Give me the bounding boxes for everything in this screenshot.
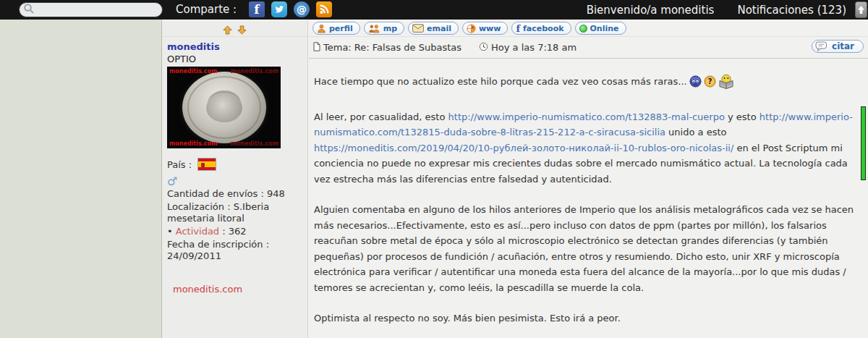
- top-bar: Comparte : f @ Bienvenido/a moneditis No…: [0, 0, 868, 20]
- post-timestamp: Hoy a las 7:18 am: [479, 42, 576, 54]
- post-text: unido a esto: [665, 127, 726, 138]
- question-smiley-icon: ?: [704, 75, 716, 93]
- clock-icon: [479, 42, 488, 54]
- profile-button-label: perfil: [329, 24, 353, 33]
- avatar-watermark: moneditis.com: [169, 68, 217, 75]
- email-button-label: email: [427, 24, 451, 33]
- avatar-watermark: moneditis.com: [169, 140, 217, 147]
- search-input[interactable]: [19, 2, 163, 17]
- twitter-share-icon[interactable]: [271, 1, 287, 17]
- online-status-badge: Online: [575, 22, 626, 35]
- email-button[interactable]: email: [408, 22, 459, 35]
- social-share-row: f @: [249, 1, 332, 17]
- post-column: perfil mp email www f facebook: [309, 20, 868, 338]
- join-date-label: Fecha de inscripción :: [167, 239, 269, 250]
- profile-button[interactable]: perfil: [312, 22, 360, 35]
- avatar-watermark: moneditis.com: [231, 68, 278, 75]
- facebook-button-label: facebook: [523, 24, 564, 33]
- online-dot-icon: [579, 25, 587, 33]
- scroll-to-top-button[interactable]: [855, 1, 867, 18]
- quote-button[interactable]: citar: [812, 40, 864, 54]
- location-label: Localización :: [167, 201, 231, 212]
- website-button-label: www: [479, 24, 501, 33]
- facebook-f-icon: f: [516, 23, 520, 34]
- notifications-link[interactable]: Notificaciones (123): [737, 4, 846, 17]
- search-icon: [23, 3, 35, 17]
- go-down-arrow-icon[interactable]: [237, 24, 247, 33]
- profile-contact-toolbar: perfil mp email www f facebook: [309, 20, 868, 37]
- country-label: País :: [167, 159, 192, 170]
- author-website-link[interactable]: moneditis.com: [173, 284, 242, 295]
- post-header: Tema: Re: Falsas de Subastas Hoy a las 7…: [309, 37, 868, 59]
- post-nav-arrows: [162, 20, 307, 37]
- location-row: Localización : S.Iberia mesetaria litora…: [167, 201, 303, 224]
- author-avatar[interactable]: moneditis.com moneditis.com moneditis.co…: [167, 67, 281, 148]
- activity-value: : 362: [222, 226, 246, 237]
- facebook-share-icon[interactable]: f: [249, 1, 265, 17]
- male-icon: ♂: [167, 177, 303, 187]
- post-text: Al leer, por casualidad, esto: [314, 111, 448, 122]
- posts-label: Cantidad de envíos :: [167, 188, 264, 199]
- author-username-link[interactable]: moneditis: [167, 41, 303, 52]
- external-link[interactable]: http://www.imperio-numismatico.com/t1328…: [448, 111, 725, 122]
- reputation-bar: [861, 106, 866, 180]
- post-paragraph: Optimista al respecto no soy. Más bien p…: [314, 310, 856, 326]
- post-panel: moneditis OPTIO moneditis.com moneditis.…: [161, 20, 868, 338]
- post-text: y esto: [725, 111, 760, 122]
- join-date-value: 24/09/2011: [167, 250, 221, 261]
- rss-icon[interactable]: [316, 1, 332, 17]
- author-profile-column: moneditis OPTIO moneditis.com moneditis.…: [162, 20, 308, 338]
- join-date-row: Fecha de inscripción : 24/09/2011: [167, 239, 303, 262]
- post-text: Hace tiempo que no actualizo este hilo p…: [314, 76, 687, 87]
- external-link[interactable]: https://moneditis.com/2019/04/20/10-рубл…: [314, 143, 733, 153]
- coin-image: [182, 72, 266, 143]
- private-message-button[interactable]: mp: [364, 22, 404, 35]
- dizzy-smiley-icon: [689, 75, 702, 93]
- website-button[interactable]: www: [462, 22, 509, 35]
- activity-label: Actividad: [176, 226, 219, 237]
- study-smiley-icon: [718, 74, 734, 94]
- post-topic-label: Tema: Re: Falsas de Subastas: [323, 42, 461, 53]
- online-label: Online: [590, 24, 619, 33]
- page-icon: [313, 42, 320, 54]
- post-paragraph: Hace tiempo que no actualizo este hilo p…: [314, 74, 856, 94]
- posts-count-row: Cantidad de envíos : 948: [167, 188, 303, 200]
- facebook-profile-button[interactable]: f facebook: [511, 22, 571, 35]
- topbar-user-area: Bienvenido/a moneditis Notificaciones (1…: [587, 0, 846, 20]
- avatar-watermark: moneditis.com: [231, 140, 278, 147]
- email-share-icon[interactable]: @: [294, 1, 310, 17]
- quote-button-label: citar: [832, 41, 854, 51]
- go-up-arrow-icon[interactable]: [223, 24, 232, 33]
- post-topic: Tema: Re: Falsas de Subastas: [313, 42, 461, 54]
- activity-row: • Actividad : 362: [167, 226, 303, 237]
- svg-text:?: ?: [707, 77, 712, 85]
- post-paragraph: Alguien comentaba en alguno de los hilos…: [314, 202, 856, 295]
- share-label: Comparte :: [176, 3, 237, 16]
- bullet-icon: •: [167, 226, 173, 237]
- post-body: Hace tiempo que no actualizo este hilo p…: [309, 59, 868, 338]
- private-message-button-label: mp: [383, 24, 397, 33]
- author-rank: OPTIO: [167, 54, 303, 64]
- forum-post-page: Comparte : f @ Bienvenido/a moneditis No…: [0, 0, 868, 338]
- spain-flag-icon: [197, 158, 216, 171]
- posts-value: 948: [267, 188, 285, 199]
- post-paragraph: Al leer, por casualidad, esto http://www…: [314, 109, 856, 187]
- country-row: País :: [167, 158, 303, 171]
- welcome-user-link[interactable]: Bienvenido/a moneditis: [587, 4, 715, 17]
- post-time-label: Hoy a las 7:18 am: [491, 42, 576, 53]
